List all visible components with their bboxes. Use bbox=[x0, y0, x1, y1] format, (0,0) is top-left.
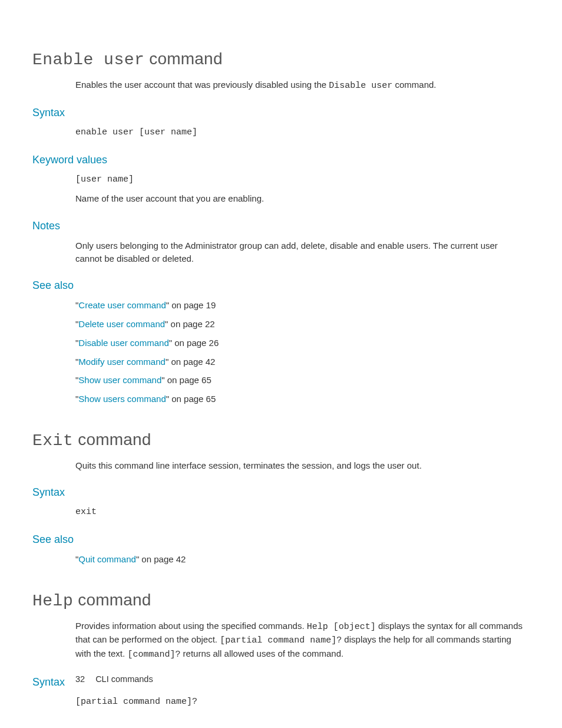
page-footer: 32CLI commands bbox=[75, 673, 153, 686]
see-also-item: "Create user command" on page 19 bbox=[75, 299, 525, 312]
link-show-user[interactable]: Show user command bbox=[78, 375, 161, 385]
desc-mono: [partial command name]? bbox=[220, 635, 342, 645]
link-create-user[interactable]: Create user command bbox=[78, 300, 166, 310]
heading-mono-part: Enable user bbox=[32, 51, 144, 69]
heading-help: Help command bbox=[32, 588, 525, 614]
keyword-code: [user name] bbox=[75, 173, 525, 186]
see-also-item: "Quit command" on page 42 bbox=[75, 553, 525, 566]
syntax-heading: Syntax bbox=[32, 105, 525, 120]
see-also-suffix: on page 65 bbox=[169, 394, 216, 404]
notes-text: Only users belonging to the Administrato… bbox=[75, 239, 525, 265]
desc-mono: [command]? bbox=[127, 650, 180, 660]
desc-text: Provides information about using the spe… bbox=[75, 621, 307, 631]
see-also-suffix: on page 22 bbox=[168, 319, 214, 329]
syntax-heading: Syntax bbox=[32, 485, 525, 500]
keyword-desc: Name of the user account that you are en… bbox=[75, 192, 525, 205]
see-also-item: "Show user command" on page 65 bbox=[75, 374, 525, 387]
heading-plain-part: command bbox=[144, 50, 222, 68]
desc-mono: Help [object] bbox=[307, 622, 376, 632]
link-quit-command[interactable]: Quit command bbox=[78, 554, 136, 564]
description-help: Provides information about using the spe… bbox=[75, 620, 525, 661]
syntax-code: exit bbox=[75, 506, 525, 519]
desc-pre: Enables the user account that was previo… bbox=[75, 80, 329, 90]
link-show-users[interactable]: Show users command bbox=[78, 394, 166, 404]
heading-mono-part: Help bbox=[32, 592, 73, 610]
chapter-title: CLI commands bbox=[95, 674, 153, 684]
section-help: Help command Provides information about … bbox=[32, 588, 525, 709]
see-also-heading: See also bbox=[32, 532, 525, 547]
heading-plain-part: command bbox=[73, 591, 151, 609]
description-enable-user: Enables the user account that was previo… bbox=[75, 78, 525, 93]
heading-mono-part: Exit bbox=[32, 431, 73, 450]
desc-post: command. bbox=[392, 80, 436, 90]
see-also-suffix: on page 19 bbox=[169, 300, 216, 310]
see-also-heading: See also bbox=[32, 278, 525, 293]
notes-heading: Notes bbox=[32, 218, 525, 233]
see-also-list: "Quit command" on page 42 bbox=[75, 553, 525, 566]
page-number: 32 bbox=[75, 674, 85, 684]
see-also-suffix: on page 42 bbox=[168, 357, 215, 367]
link-disable-user[interactable]: Disable user command bbox=[78, 338, 168, 348]
see-also-suffix: on page 26 bbox=[172, 338, 219, 348]
heading-enable-user: Enable user command bbox=[32, 47, 525, 73]
see-also-suffix: on page 42 bbox=[139, 554, 186, 564]
see-also-item: "Show users command" on page 65 bbox=[75, 393, 525, 406]
link-delete-user[interactable]: Delete user command bbox=[78, 319, 165, 329]
section-enable-user: Enable user command Enables the user acc… bbox=[32, 47, 525, 406]
syntax-code: enable user [user name] bbox=[75, 126, 525, 139]
syntax-code: [partial command name]? bbox=[75, 696, 525, 709]
section-exit: Exit command Quits this command line int… bbox=[32, 428, 525, 566]
keyword-values-heading: Keyword values bbox=[32, 152, 525, 167]
description-exit: Quits this command line interface sessio… bbox=[75, 459, 525, 472]
desc-mono: Disable user bbox=[329, 81, 392, 91]
see-also-item: "Disable user command" on page 26 bbox=[75, 337, 525, 350]
see-also-item: "Delete user command" on page 22 bbox=[75, 318, 525, 331]
see-also-list: "Create user command" on page 19 "Delete… bbox=[75, 299, 525, 406]
desc-text: returns all allowed uses of the command. bbox=[180, 648, 343, 658]
link-modify-user[interactable]: Modify user command bbox=[78, 357, 166, 367]
see-also-item: "Modify user command" on page 42 bbox=[75, 355, 525, 368]
heading-exit: Exit command bbox=[32, 428, 525, 453]
see-also-suffix: on page 65 bbox=[165, 375, 211, 385]
heading-plain-part: command bbox=[73, 430, 151, 449]
